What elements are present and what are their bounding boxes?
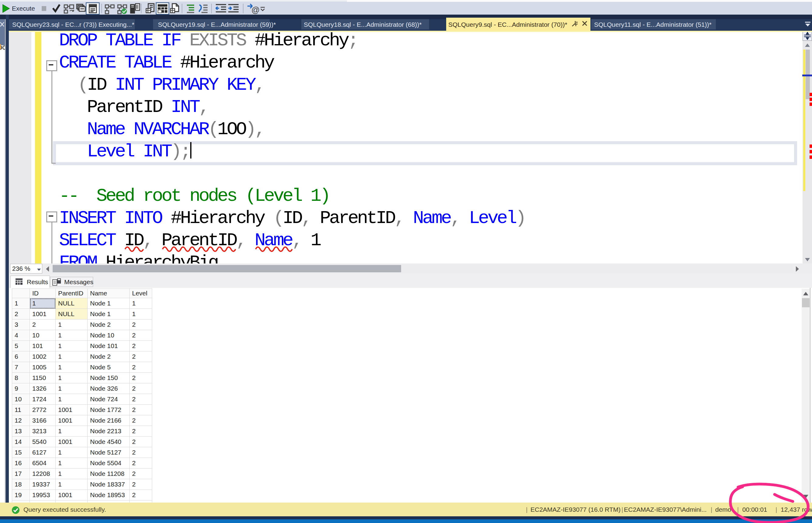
svg-text:@: @ [251, 5, 260, 15]
